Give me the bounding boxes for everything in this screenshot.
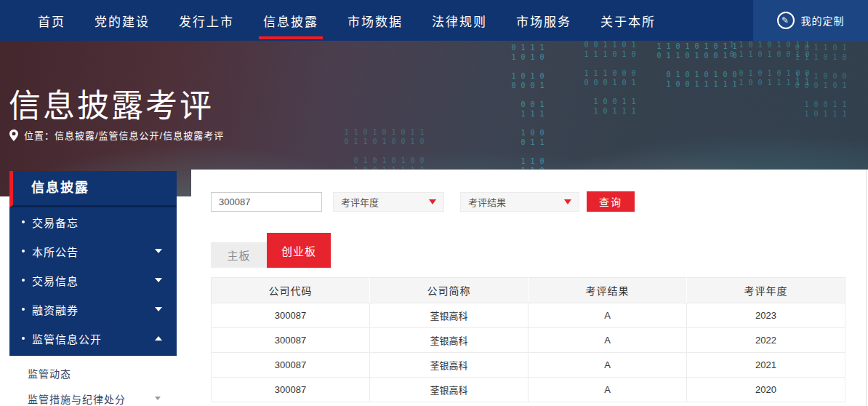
sidebar-submenu: 监管动态 监管措施与纪律处分 [9, 356, 177, 406]
sidebar-item-trading-info[interactable]: 交易信息 [9, 266, 177, 295]
my-custom-label: 我的定制 [801, 13, 845, 28]
scrollbar-track[interactable] [866, 170, 867, 406]
sidebar-menu: 交易备忘 本所公告 交易信息 融资融券 监管信息公开 [9, 207, 177, 356]
sidebar-subitem-regulatory-measures[interactable]: 监管措施与纪律处分 [9, 386, 177, 406]
year-select[interactable]: 考评年度 [333, 192, 444, 212]
nav-item-about[interactable]: 关于本所 [586, 0, 670, 41]
nav-item-market-services[interactable]: 市场服务 [502, 0, 586, 41]
bullet-dot-icon [22, 308, 25, 311]
query-button[interactable]: 查询 [587, 191, 635, 212]
result-select[interactable]: 考评结果 [460, 192, 579, 212]
bullet-dot-icon [22, 220, 25, 223]
board-tabs: 主板 创业板 [211, 233, 331, 268]
bullet-dot-icon [22, 279, 25, 282]
binary-decor: 10 01 11 01 00 11 10 01 01 11 10 00 01 1… [727, 41, 812, 92]
table-row: 300087 荃银高科 A 2021 [212, 353, 845, 378]
nav-item-rules[interactable]: 法律规则 [417, 0, 502, 41]
nav-item-market-data[interactable]: 市场数据 [333, 0, 417, 41]
bullet-dot-icon [22, 250, 25, 252]
col-company-code: 公司代码 [212, 278, 370, 303]
sidebar: 信息披露 交易备忘 本所公告 交易信息 融资融券 [9, 171, 177, 406]
nav-item-disclosure[interactable]: 信息披露 [249, 0, 333, 41]
sidebar-item-trading-memo[interactable]: 交易备忘 [9, 207, 177, 236]
filter-bar: 考评年度 考评结果 查询 [211, 191, 635, 212]
binary-decor: 10 01 11 01 00 11 10 01 01 11 10 00 01 1… [582, 41, 638, 128]
chevron-down-icon [155, 307, 162, 311]
tab-main-board[interactable]: 主板 [211, 242, 267, 268]
pencil-circle-icon: ✎ [777, 12, 795, 29]
stock-code-input[interactable] [211, 192, 322, 212]
table-row: 300087 荃银高科 A 2023 [212, 303, 845, 328]
nav-item-party-building[interactable]: 党的建设 [80, 0, 164, 41]
col-eval-result: 考评结果 [529, 278, 687, 303]
page: 首页 党的建设 发行上市 信息披露 市场数据 法律规则 市场服务 关于本所 ✎ … [0, 0, 868, 406]
table-row: 300087 荃银高科 A 2022 [212, 328, 845, 353]
sidebar-item-margin-trading[interactable]: 融资融券 [9, 295, 177, 324]
main-content: 考评年度 考评结果 查询 主板 创业板 公司代码 公司简称 考评结果 考评年度 [191, 170, 868, 406]
col-company-name: 公司简称 [370, 278, 529, 303]
chevron-down-icon [155, 249, 162, 253]
sidebar-item-exchange-notices[interactable]: 本所公告 [9, 236, 177, 266]
table-header-row: 公司代码 公司简称 考评结果 考评年度 [212, 278, 845, 303]
dropdown-arrow-icon [429, 199, 436, 204]
nav-item-listing[interactable]: 发行上市 [164, 0, 249, 41]
sidebar-header: 信息披露 [9, 171, 177, 207]
binary-decor: 10 01 11 01 00 11 10 01 01 11 10 00 01 1… [654, 42, 739, 108]
col-eval-year: 考评年度 [687, 278, 845, 303]
tab-chinext[interactable]: 创业板 [267, 233, 331, 268]
breadcrumb: 位置：信息披露/监管信息公开/信息披露考评 [9, 128, 224, 142]
nav-items: 首页 党的建设 发行上市 信息披露 市场数据 法律规则 市场服务 关于本所 [23, 0, 670, 41]
chevron-down-icon [155, 278, 162, 282]
dropdown-arrow-icon [564, 199, 571, 204]
chevron-up-icon [155, 336, 162, 341]
table-row: 300087 荃银高科 A 2020 [212, 378, 845, 402]
binary-decor: 10 01 11 01 00 11 10 01 01 11 10 00 01 1… [509, 44, 547, 182]
nav-item-home[interactable]: 首页 [23, 0, 80, 41]
top-navbar: 首页 党的建设 发行上市 信息披露 市场数据 法律规则 市场服务 关于本所 ✎ … [0, 0, 868, 41]
binary-decor: 10 01 11 01 00 11 10 01 01 11 10 00 01 1… [792, 44, 849, 124]
evaluation-table: 公司代码 公司简称 考评结果 考评年度 300087 荃银高科 A 2023 3… [211, 277, 845, 402]
chevron-down-icon [155, 397, 161, 400]
bullet-dot-icon [22, 337, 25, 340]
page-title: 信息披露考评 [9, 80, 214, 127]
my-custom-button[interactable]: ✎ 我的定制 [753, 0, 868, 41]
sidebar-item-regulatory-disclosure[interactable]: 监管信息公开 [9, 324, 177, 353]
location-pin-icon [9, 130, 18, 141]
sidebar-subitem-regulatory-news[interactable]: 监管动态 [9, 360, 177, 386]
breadcrumb-text: 位置：信息披露/监管信息公开/信息披露考评 [24, 128, 224, 142]
